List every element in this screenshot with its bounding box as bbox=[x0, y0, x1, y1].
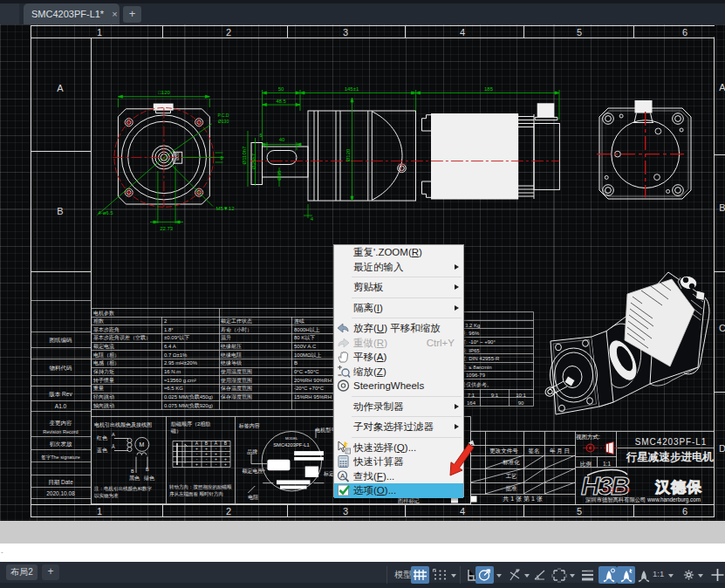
svg-text:9:1: 9:1 bbox=[491, 393, 499, 398]
svg-text:5: 5 bbox=[577, 27, 582, 38]
svg-text:P.C.D: P.C.D bbox=[217, 113, 229, 118]
svg-text:2: 2 bbox=[164, 318, 168, 324]
svg-text:基本步距角误差（空载）: 基本步距角误差（空载） bbox=[93, 334, 151, 341]
svg-text:保存湿度范围: 保存湿度范围 bbox=[221, 393, 252, 400]
svg-text:1096-79: 1096-79 bbox=[466, 373, 486, 378]
svg-text:批准: 批准 bbox=[506, 485, 518, 492]
svg-text:A: A bbox=[340, 472, 345, 480]
svg-text:0.7 Ω±1%: 0.7 Ω±1% bbox=[164, 352, 188, 358]
svg-text:48.5: 48.5 bbox=[276, 99, 286, 104]
svg-text:序从左端面看 顺时针方向: 序从左端面看 顺时针方向 bbox=[169, 491, 223, 497]
svg-text:7:1: 7:1 bbox=[468, 393, 475, 398]
svg-text:隙: ≤ 8arcmin: 隙: ≤ 8arcmin bbox=[461, 364, 492, 371]
svg-text:以实物为准: 以实物为准 bbox=[94, 493, 119, 499]
svg-text:使用温度范围: 使用温度范围 bbox=[221, 368, 252, 375]
svg-text:签字The signature: 签字The signature bbox=[41, 455, 80, 461]
svg-text:22.73: 22.73 bbox=[160, 226, 174, 231]
svg-text:蓝色: 蓝色 bbox=[97, 448, 108, 454]
svg-text:+: + bbox=[224, 462, 227, 467]
svg-text:品牌: 品牌 bbox=[247, 448, 257, 455]
svg-text:5: 5 bbox=[577, 506, 582, 516]
svg-text:轴向跳动: 轴向跳动 bbox=[93, 403, 114, 409]
svg-text:SMC4203PF-L1: SMC4203PF-L1 bbox=[635, 437, 708, 447]
svg-text:M5▼12: M5▼12 bbox=[216, 206, 236, 211]
svg-text:Ø35: Ø35 bbox=[174, 152, 180, 161]
svg-text:1: 1 bbox=[97, 506, 102, 516]
svg-text:额定工作状态: 额定工作状态 bbox=[221, 318, 252, 325]
svg-text:4: 4 bbox=[311, 216, 314, 222]
svg-text:0.025 MM(负载450g): 0.025 MM(负载450g) bbox=[164, 394, 213, 400]
svg-text:-: - bbox=[215, 462, 217, 467]
svg-text:80 K以下: 80 K以下 bbox=[294, 335, 315, 340]
svg-text:Ø110h7: Ø110h7 bbox=[242, 146, 247, 165]
svg-text:Revision Record: Revision Record bbox=[43, 429, 78, 434]
svg-text:2: 2 bbox=[226, 506, 231, 516]
svg-text:电机参数: 电机参数 bbox=[93, 311, 114, 316]
svg-text:D: D bbox=[719, 443, 725, 454]
svg-text:16 N.m: 16 N.m bbox=[164, 369, 181, 374]
svg-text:0.075 MM(负载920g): 0.075 MM(负载920g) bbox=[164, 403, 213, 408]
svg-text:温升: 温升 bbox=[221, 334, 231, 340]
svg-text:标定: 标定 bbox=[323, 470, 334, 477]
svg-text:比例: 比例 bbox=[580, 461, 592, 468]
svg-text:励磁顺序（2相励: 励磁顺序（2相励 bbox=[170, 420, 210, 427]
svg-text:8: 8 bbox=[220, 155, 222, 161]
svg-text:5: 5 bbox=[260, 133, 263, 138]
svg-text:红色: 红色 bbox=[96, 435, 108, 441]
svg-text:绝缘等级: 绝缘等级 bbox=[220, 360, 242, 366]
svg-text:8000H以上: 8000H以上 bbox=[294, 327, 320, 332]
svg-text:保持力矩: 保持力矩 bbox=[93, 369, 114, 375]
svg-text:6: 6 bbox=[682, 506, 687, 516]
svg-text:4-ø6.5: 4-ø6.5 bbox=[98, 210, 113, 215]
svg-text:Ø25h7: Ø25h7 bbox=[251, 153, 256, 169]
svg-text:版本 Rev: 版本 Rev bbox=[49, 391, 72, 398]
svg-text:保存温度范围: 保存温度范围 bbox=[221, 385, 252, 392]
svg-text:B: B bbox=[719, 202, 725, 213]
svg-text:绿色: 绿色 bbox=[144, 475, 155, 481]
svg-text:行星减速步进电机: 行星减速步进电机 bbox=[626, 451, 715, 463]
svg-text:Ā: Ā bbox=[112, 444, 115, 449]
svg-text:基本步距角: 基本步距角 bbox=[93, 326, 120, 332]
svg-text:1:1: 1:1 bbox=[603, 461, 611, 467]
svg-text:2: 2 bbox=[226, 27, 231, 38]
svg-text:≈13560 g.cm²: ≈13560 g.cm² bbox=[164, 378, 196, 383]
svg-text:100MΩ以上: 100MΩ以上 bbox=[294, 352, 322, 358]
svg-text:电感（相）: 电感（相） bbox=[93, 360, 120, 366]
svg-text:额定电压: 额定电压 bbox=[243, 468, 263, 475]
svg-text:1.8°: 1.8° bbox=[164, 327, 174, 332]
svg-text:额定电流: 额定电流 bbox=[93, 343, 114, 350]
svg-text:径向跳动: 径向跳动 bbox=[93, 394, 114, 400]
svg-text:2020.10.08: 2020.10.08 bbox=[46, 490, 75, 496]
svg-text:MOTOR: MOTOR bbox=[604, 488, 632, 493]
svg-text:绝缘电阻: 绝缘电阻 bbox=[220, 352, 242, 358]
svg-text:MODEL: MODEL bbox=[285, 436, 298, 441]
svg-text:□120: □120 bbox=[158, 90, 170, 95]
svg-text:-: - bbox=[206, 462, 208, 467]
svg-text:C: C bbox=[719, 323, 725, 333]
svg-text:绝缘耐压: 绝缘耐压 bbox=[220, 343, 242, 350]
svg-text:3: 3 bbox=[343, 27, 348, 38]
svg-text:标准化: 标准化 bbox=[502, 459, 520, 466]
svg-text:15%RH 95%RH: 15%RH 95%RH bbox=[294, 394, 332, 400]
svg-text:3.2 Kg: 3.2 Kg bbox=[465, 323, 480, 328]
svg-text:黑色: 黑色 bbox=[129, 475, 140, 481]
svg-text:40: 40 bbox=[279, 137, 285, 142]
svg-text:4: 4 bbox=[460, 506, 465, 516]
svg-text:1: 1 bbox=[97, 27, 102, 38]
svg-text:Ø120: Ø120 bbox=[345, 148, 351, 161]
svg-text:物料代码: 物料代码 bbox=[50, 365, 72, 372]
svg-text:相数: 相数 bbox=[93, 318, 104, 325]
svg-text:145±1: 145±1 bbox=[345, 86, 359, 92]
svg-text:50: 50 bbox=[278, 86, 284, 92]
svg-text:电阻: 电阻 bbox=[248, 494, 258, 500]
svg-text:转动方向：按照相应的励磁顺: 转动方向：按照相应的励磁顺 bbox=[169, 484, 232, 490]
svg-text:SMC4203PF-L1: SMC4203PF-L1 bbox=[273, 442, 310, 448]
svg-text:±0.09°以下: ±0.09°以下 bbox=[164, 335, 189, 340]
svg-text:2.95 mH±20%: 2.95 mH±20% bbox=[164, 360, 198, 366]
svg-text:A1.0: A1.0 bbox=[55, 403, 67, 409]
svg-text:90: 90 bbox=[518, 400, 524, 406]
svg-text:图纸编码: 图纸编码 bbox=[50, 337, 72, 343]
svg-text:Ø130: Ø130 bbox=[218, 119, 229, 124]
svg-text:磁）: 磁） bbox=[170, 428, 181, 434]
svg-text:B̄: B̄ bbox=[146, 467, 149, 472]
